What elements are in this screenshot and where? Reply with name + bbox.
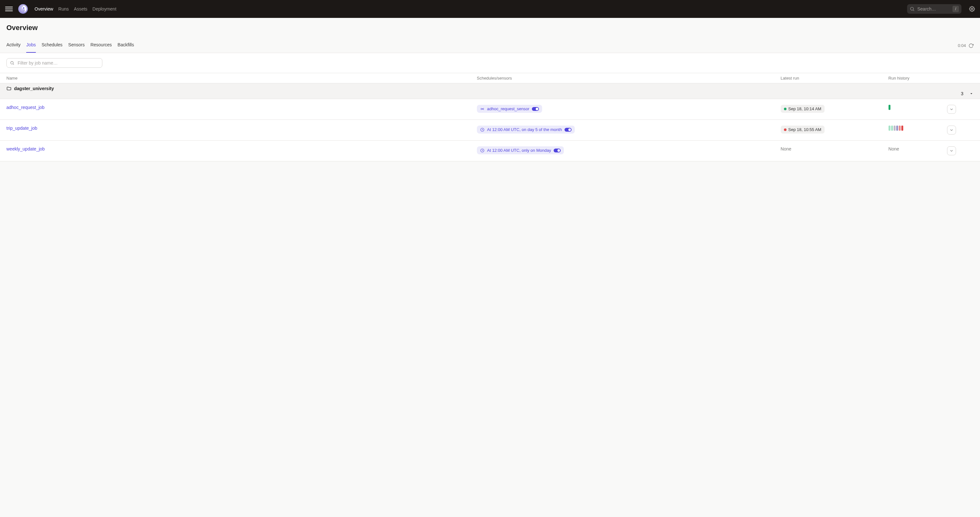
col-header-actions xyxy=(941,73,980,83)
table-row: weekly_update_job At 12:00 AM UTC, only … xyxy=(0,141,980,161)
nav-link-runs[interactable]: Runs xyxy=(58,6,69,11)
folder-icon xyxy=(6,86,11,91)
pill-label: adhoc_request_sensor xyxy=(487,106,529,111)
tab-resources[interactable]: Resources xyxy=(91,40,112,53)
sensor-pill[interactable]: adhoc_request_sensor xyxy=(477,105,542,113)
history-bar xyxy=(896,125,898,131)
svg-line-6 xyxy=(13,64,14,65)
col-header-name: Name xyxy=(0,73,471,83)
gear-icon[interactable] xyxy=(969,6,975,12)
tab-schedules[interactable]: Schedules xyxy=(41,40,62,53)
table-row: trip_update_job At 12:00 AM UTC, on day … xyxy=(0,120,980,141)
pill-label: At 12:00 AM UTC, on day 5 of the month xyxy=(487,127,562,132)
clock-icon xyxy=(480,127,485,132)
schedule-pill[interactable]: At 12:00 AM UTC, on day 5 of the month xyxy=(477,125,575,133)
chevron-down-icon xyxy=(949,128,954,132)
nav-link-assets[interactable]: Assets xyxy=(74,6,88,11)
repo-group-row[interactable]: dagster_university 3 xyxy=(0,83,980,99)
job-name-filter[interactable] xyxy=(17,60,99,66)
run-history-none: None xyxy=(889,146,899,151)
top-nav: Overview Runs Assets Deployment Search… … xyxy=(0,0,980,18)
table-row: adhoc_request_job adhoc_request_sensor S… xyxy=(0,99,980,120)
repo-group-name: dagster_university xyxy=(14,86,54,91)
svg-point-1 xyxy=(23,7,24,9)
tab-jobs[interactable]: Jobs xyxy=(26,40,36,53)
filter-row xyxy=(0,53,980,73)
col-header-schedules: Schedules/sensors xyxy=(471,73,774,83)
row-actions-button[interactable] xyxy=(947,146,956,155)
pill-label: At 12:00 AM UTC, only on Monday xyxy=(487,148,551,153)
search-input[interactable]: Search… / xyxy=(907,4,961,14)
latest-run-time: Sep 18, 10:55 AM xyxy=(788,127,821,132)
job-link[interactable]: adhoc_request_job xyxy=(6,105,45,110)
history-bar xyxy=(891,125,893,131)
sensor-icon xyxy=(480,107,485,111)
schedule-pill[interactable]: At 12:00 AM UTC, only on Monday xyxy=(477,146,564,154)
nav-link-deployment[interactable]: Deployment xyxy=(92,6,116,11)
dagster-logo-icon[interactable] xyxy=(18,4,28,14)
history-bar xyxy=(901,125,903,131)
col-header-latest: Latest run xyxy=(774,73,882,83)
refresh-status: 0:04 xyxy=(958,43,974,50)
status-dot-fail-icon xyxy=(784,128,786,131)
row-actions-button[interactable] xyxy=(947,105,956,114)
menu-icon[interactable] xyxy=(5,5,13,13)
page-title: Overview xyxy=(6,24,974,32)
filter-input[interactable] xyxy=(6,58,102,68)
run-history-sparkline[interactable] xyxy=(889,105,935,110)
history-bar xyxy=(899,125,900,131)
search-key-hint: / xyxy=(953,6,959,12)
svg-line-3 xyxy=(913,10,914,11)
chevron-down-icon xyxy=(949,149,954,153)
repo-job-count: 3 xyxy=(961,91,963,96)
nav-links: Overview Runs Assets Deployment xyxy=(35,6,116,11)
jobs-table: Name Schedules/sensors Latest run Run hi… xyxy=(0,73,980,161)
caret-down-icon[interactable] xyxy=(969,91,974,96)
history-bar xyxy=(894,125,896,131)
tab-backfills[interactable]: Backfills xyxy=(118,40,134,53)
job-link[interactable]: trip_update_job xyxy=(6,125,37,131)
run-history-sparkline[interactable] xyxy=(889,125,935,131)
latest-run-none: None xyxy=(781,146,791,151)
svg-point-2 xyxy=(911,7,913,10)
history-bar xyxy=(889,105,891,110)
latest-run-time: Sep 18, 10:14 AM xyxy=(788,106,821,111)
nav-link-overview[interactable]: Overview xyxy=(35,6,53,11)
svg-point-5 xyxy=(11,61,13,64)
status-dot-success-icon xyxy=(784,108,786,110)
tabs: Activity Jobs Schedules Sensors Resource… xyxy=(0,40,980,53)
refresh-icon[interactable] xyxy=(969,43,974,48)
latest-run-pill[interactable]: Sep 18, 10:55 AM xyxy=(781,125,824,133)
latest-run-pill[interactable]: Sep 18, 10:14 AM xyxy=(781,105,824,113)
sensor-toggle[interactable] xyxy=(532,107,539,111)
col-header-history: Run history xyxy=(882,73,941,83)
schedule-toggle[interactable] xyxy=(565,128,571,132)
svg-point-7 xyxy=(482,108,483,109)
clock-icon xyxy=(480,148,485,153)
tab-sensors[interactable]: Sensors xyxy=(68,40,84,53)
refresh-countdown: 0:04 xyxy=(958,43,966,48)
job-link[interactable]: weekly_update_job xyxy=(6,146,45,151)
row-actions-button[interactable] xyxy=(947,125,956,135)
schedule-toggle[interactable] xyxy=(554,149,561,152)
chevron-down-icon xyxy=(949,107,954,111)
svg-point-4 xyxy=(971,8,973,10)
search-icon xyxy=(910,6,915,11)
page-header: Overview xyxy=(0,18,980,35)
history-bar xyxy=(889,125,891,131)
tab-activity[interactable]: Activity xyxy=(6,40,21,53)
search-icon xyxy=(10,61,14,65)
search-placeholder: Search… xyxy=(917,6,950,11)
